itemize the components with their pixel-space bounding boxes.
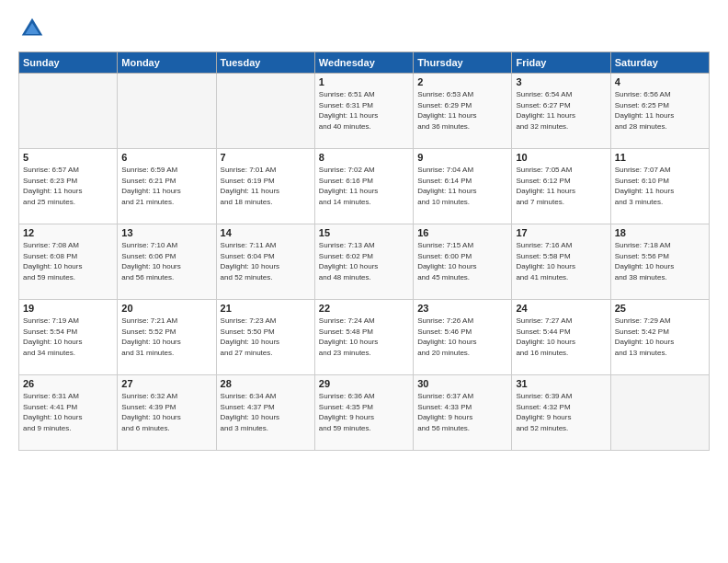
- day-number: 22: [319, 303, 409, 314]
- calendar-cell: 17Sunrise: 7:16 AM Sunset: 5:58 PM Dayli…: [512, 224, 610, 300]
- day-info: Sunrise: 6:57 AM Sunset: 6:23 PM Dayligh…: [23, 165, 113, 207]
- calendar-cell: 14Sunrise: 7:11 AM Sunset: 6:04 PM Dayli…: [216, 224, 314, 300]
- header-day-monday: Monday: [118, 52, 216, 74]
- day-info: Sunrise: 6:31 AM Sunset: 4:41 PM Dayligh…: [23, 391, 113, 433]
- day-info: Sunrise: 7:13 AM Sunset: 6:02 PM Dayligh…: [319, 240, 409, 282]
- day-info: Sunrise: 7:10 AM Sunset: 6:06 PM Dayligh…: [121, 240, 211, 282]
- day-info: Sunrise: 6:51 AM Sunset: 6:31 PM Dayligh…: [319, 89, 409, 132]
- day-number: 26: [23, 378, 113, 389]
- day-info: Sunrise: 7:08 AM Sunset: 6:08 PM Dayligh…: [23, 240, 113, 282]
- calendar-cell: 3Sunrise: 6:54 AM Sunset: 6:27 PM Daylig…: [512, 74, 610, 149]
- day-number: 29: [319, 378, 409, 389]
- week-row-1: 5Sunrise: 6:57 AM Sunset: 6:23 PM Daylig…: [19, 149, 710, 224]
- calendar-cell: 6Sunrise: 6:59 AM Sunset: 6:21 PM Daylig…: [118, 149, 216, 224]
- calendar-body: 1Sunrise: 6:51 AM Sunset: 6:31 PM Daylig…: [19, 74, 710, 451]
- calendar-cell: 11Sunrise: 7:07 AM Sunset: 6:10 PM Dayli…: [610, 149, 709, 224]
- day-info: Sunrise: 6:54 AM Sunset: 6:27 PM Dayligh…: [516, 89, 606, 132]
- day-number: 15: [319, 227, 409, 238]
- calendar-cell: [216, 74, 314, 149]
- day-number: 1: [319, 76, 409, 87]
- calendar-cell: 16Sunrise: 7:15 AM Sunset: 6:00 PM Dayli…: [414, 224, 512, 300]
- header-day-tuesday: Tuesday: [216, 52, 314, 74]
- calendar-cell: 10Sunrise: 7:05 AM Sunset: 6:12 PM Dayli…: [512, 149, 610, 224]
- day-info: Sunrise: 7:07 AM Sunset: 6:10 PM Dayligh…: [615, 165, 705, 207]
- day-number: 27: [121, 378, 211, 389]
- calendar-cell: 8Sunrise: 7:02 AM Sunset: 6:16 PM Daylig…: [314, 149, 413, 224]
- calendar-cell: 9Sunrise: 7:04 AM Sunset: 6:14 PM Daylig…: [414, 149, 512, 224]
- calendar-cell: 15Sunrise: 7:13 AM Sunset: 6:02 PM Dayli…: [314, 224, 413, 300]
- calendar-cell: 20Sunrise: 7:21 AM Sunset: 5:52 PM Dayli…: [118, 300, 216, 375]
- day-number: 11: [615, 152, 705, 163]
- page-container: SundayMondayTuesdayWednesdayThursdayFrid…: [0, 0, 728, 563]
- day-number: 12: [23, 227, 113, 238]
- calendar-cell: 29Sunrise: 6:36 AM Sunset: 4:35 PM Dayli…: [314, 375, 413, 451]
- day-number: 2: [417, 76, 507, 87]
- day-number: 14: [221, 227, 311, 238]
- day-number: 31: [516, 378, 606, 389]
- day-info: Sunrise: 7:16 AM Sunset: 5:58 PM Dayligh…: [516, 240, 606, 282]
- calendar-cell: 7Sunrise: 7:01 AM Sunset: 6:19 PM Daylig…: [216, 149, 314, 224]
- calendar-cell: [19, 74, 118, 149]
- header-day-thursday: Thursday: [414, 52, 512, 74]
- calendar-cell: 2Sunrise: 6:53 AM Sunset: 6:29 PM Daylig…: [414, 74, 512, 149]
- week-row-3: 19Sunrise: 7:19 AM Sunset: 5:54 PM Dayli…: [19, 300, 710, 375]
- page-header: [18, 15, 710, 42]
- week-row-2: 12Sunrise: 7:08 AM Sunset: 6:08 PM Dayli…: [19, 224, 710, 300]
- day-number: 17: [516, 227, 606, 238]
- calendar-cell: 25Sunrise: 7:29 AM Sunset: 5:42 PM Dayli…: [610, 300, 709, 375]
- day-number: 8: [319, 152, 409, 163]
- calendar-cell: [118, 74, 216, 149]
- day-info: Sunrise: 7:11 AM Sunset: 6:04 PM Dayligh…: [221, 240, 311, 282]
- day-number: 13: [121, 227, 211, 238]
- day-info: Sunrise: 7:01 AM Sunset: 6:19 PM Dayligh…: [221, 165, 311, 207]
- day-number: 23: [417, 303, 507, 314]
- day-number: 9: [417, 152, 507, 163]
- calendar-cell: 13Sunrise: 7:10 AM Sunset: 6:06 PM Dayli…: [118, 224, 216, 300]
- day-number: 16: [417, 227, 507, 238]
- day-info: Sunrise: 7:23 AM Sunset: 5:50 PM Dayligh…: [221, 316, 311, 358]
- header-day-saturday: Saturday: [610, 52, 709, 74]
- calendar-cell: 30Sunrise: 6:37 AM Sunset: 4:33 PM Dayli…: [414, 375, 512, 451]
- calendar-table: SundayMondayTuesdayWednesdayThursdayFrid…: [18, 52, 710, 451]
- calendar-cell: 26Sunrise: 6:31 AM Sunset: 4:41 PM Dayli…: [19, 375, 118, 451]
- calendar-cell: 31Sunrise: 6:39 AM Sunset: 4:32 PM Dayli…: [512, 375, 610, 451]
- day-info: Sunrise: 7:05 AM Sunset: 6:12 PM Dayligh…: [516, 165, 606, 207]
- day-info: Sunrise: 7:19 AM Sunset: 5:54 PM Dayligh…: [23, 316, 113, 358]
- calendar-cell: 28Sunrise: 6:34 AM Sunset: 4:37 PM Dayli…: [216, 375, 314, 451]
- day-info: Sunrise: 7:26 AM Sunset: 5:46 PM Dayligh…: [417, 316, 507, 358]
- day-info: Sunrise: 6:34 AM Sunset: 4:37 PM Dayligh…: [221, 391, 311, 433]
- day-info: Sunrise: 7:21 AM Sunset: 5:52 PM Dayligh…: [121, 316, 211, 358]
- day-info: Sunrise: 6:59 AM Sunset: 6:21 PM Dayligh…: [121, 165, 211, 207]
- day-number: 10: [516, 152, 606, 163]
- calendar-cell: 23Sunrise: 7:26 AM Sunset: 5:46 PM Dayli…: [414, 300, 512, 375]
- header-day-wednesday: Wednesday: [314, 52, 413, 74]
- calendar-cell: 24Sunrise: 7:27 AM Sunset: 5:44 PM Dayli…: [512, 300, 610, 375]
- header-row: SundayMondayTuesdayWednesdayThursdayFrid…: [19, 52, 710, 74]
- logo: [18, 15, 50, 42]
- calendar-cell: 21Sunrise: 7:23 AM Sunset: 5:50 PM Dayli…: [216, 300, 314, 375]
- day-number: 30: [417, 378, 507, 389]
- day-info: Sunrise: 6:37 AM Sunset: 4:33 PM Dayligh…: [417, 391, 507, 433]
- calendar-cell: 12Sunrise: 7:08 AM Sunset: 6:08 PM Dayli…: [19, 224, 118, 300]
- day-info: Sunrise: 7:18 AM Sunset: 5:56 PM Dayligh…: [615, 240, 705, 282]
- day-number: 21: [221, 303, 311, 314]
- calendar-cell: 4Sunrise: 6:56 AM Sunset: 6:25 PM Daylig…: [610, 74, 709, 149]
- day-info: Sunrise: 6:53 AM Sunset: 6:29 PM Dayligh…: [417, 89, 507, 132]
- day-number: 24: [516, 303, 606, 314]
- day-info: Sunrise: 6:39 AM Sunset: 4:32 PM Dayligh…: [516, 391, 606, 433]
- calendar-header: SundayMondayTuesdayWednesdayThursdayFrid…: [19, 52, 710, 74]
- calendar-cell: [610, 375, 709, 451]
- day-number: 19: [23, 303, 113, 314]
- day-info: Sunrise: 7:02 AM Sunset: 6:16 PM Dayligh…: [319, 165, 409, 207]
- day-number: 5: [23, 152, 113, 163]
- logo-icon: [18, 15, 46, 42]
- day-info: Sunrise: 7:15 AM Sunset: 6:00 PM Dayligh…: [417, 240, 507, 282]
- calendar-cell: 22Sunrise: 7:24 AM Sunset: 5:48 PM Dayli…: [314, 300, 413, 375]
- calendar-cell: 5Sunrise: 6:57 AM Sunset: 6:23 PM Daylig…: [19, 149, 118, 224]
- header-day-sunday: Sunday: [19, 52, 118, 74]
- day-info: Sunrise: 6:56 AM Sunset: 6:25 PM Dayligh…: [615, 89, 705, 132]
- header-day-friday: Friday: [512, 52, 610, 74]
- day-number: 6: [121, 152, 211, 163]
- calendar-cell: 19Sunrise: 7:19 AM Sunset: 5:54 PM Dayli…: [19, 300, 118, 375]
- day-info: Sunrise: 7:27 AM Sunset: 5:44 PM Dayligh…: [516, 316, 606, 358]
